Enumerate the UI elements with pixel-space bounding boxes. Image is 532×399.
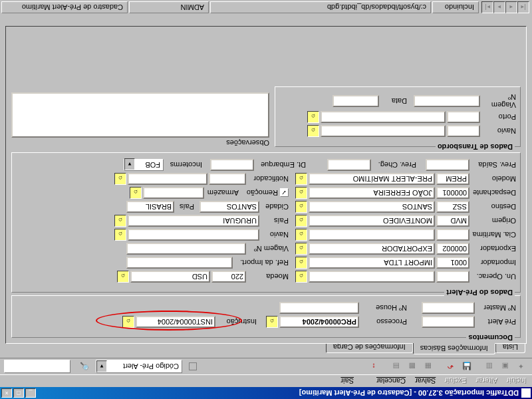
maximize-button[interactable]: □ — [13, 388, 24, 398]
lookup-navio[interactable]: ⌕ — [114, 229, 126, 241]
toolbar: ✦ ▣ ▥ 💾 ↶ ▦ ▩ ▤ ↕ Código Pré- Alert ▼ 🔍 — [0, 358, 532, 375]
lookup-tnavio[interactable]: ⌕ — [307, 125, 319, 137]
binoculars-icon[interactable]: 🔍 — [80, 362, 89, 371]
lookup-exportador[interactable]: ⌕ — [295, 243, 307, 255]
chevron-down-icon[interactable]: ▼ — [124, 158, 135, 170]
input-moeda-code[interactable]: 220 — [211, 271, 246, 283]
tool4-icon[interactable]: ↕ — [367, 360, 380, 373]
input-unoperac-name[interactable] — [309, 271, 435, 283]
input-tdata[interactable] — [332, 95, 379, 107]
input-origem-name[interactable]: MONTEVIDEO — [309, 215, 435, 227]
input-dtembarque[interactable] — [210, 159, 254, 171]
input-notificador-name[interactable] — [128, 173, 207, 185]
menu-sair[interactable]: Sair — [340, 377, 354, 385]
search-field-combo[interactable]: Código Pré- Alert ▼ — [96, 360, 182, 373]
input-modelo-code[interactable]: PREM — [436, 173, 469, 185]
open-icon[interactable]: ▣ — [499, 360, 512, 373]
lookup-instrucao[interactable]: ⌕ — [122, 316, 134, 328]
lookup-processo[interactable]: ⌕ — [266, 316, 278, 328]
input-tnavio-code[interactable] — [447, 125, 480, 137]
input-ciamaritima-code[interactable] — [436, 229, 469, 241]
input-moeda-name[interactable]: USD — [130, 271, 210, 283]
menu-alterar[interactable]: Alterar — [476, 377, 497, 385]
menu-incluir[interactable]: Incluir — [507, 377, 527, 385]
input-viagem[interactable] — [126, 243, 246, 255]
input-instrucao[interactable]: INST00004/2004 — [136, 316, 215, 328]
label-prevsaida: Prev. Saída — [471, 161, 516, 169]
input-tporto-code[interactable] — [447, 111, 480, 123]
input-exportador-code[interactable]: 000002 — [436, 243, 469, 255]
undo-icon[interactable]: ↶ — [444, 360, 458, 373]
new-icon[interactable]: ✦ — [515, 360, 528, 373]
label-pais: País — [261, 217, 289, 225]
input-tporto-name[interactable] — [321, 111, 446, 123]
label-dtembarque: Dt. Embarque — [255, 161, 306, 169]
textarea-obs[interactable] — [11, 92, 269, 138]
search-input[interactable] — [4, 360, 70, 373]
tool1-icon[interactable]: ▦ — [422, 360, 435, 373]
nav-prev[interactable]: ◂ — [505, 1, 517, 13]
input-exportador-name[interactable]: EXPORTADOR — [309, 243, 435, 255]
input-refimport[interactable] — [126, 257, 233, 269]
input-pais[interactable]: URUGUAI — [128, 215, 259, 227]
input-destino-name[interactable]: SANTOS — [309, 201, 435, 213]
lookup-importador[interactable]: ⌕ — [295, 257, 307, 269]
status-screen: Cadastro de Pré-Alert Marítimo — [1, 1, 128, 13]
input-origem-code[interactable]: MVD — [436, 215, 469, 227]
input-ciamaritima-name[interactable] — [309, 229, 435, 241]
lookup-tporto[interactable]: ⌕ — [307, 111, 319, 123]
label-armazem: Armazém — [205, 189, 239, 197]
input-pais2[interactable]: BRASIL — [126, 201, 174, 213]
save-icon[interactable]: 💾 — [460, 360, 473, 373]
input-despachante-code[interactable]: 000001 — [436, 187, 469, 199]
chevron-down-icon[interactable]: ▼ — [96, 360, 107, 372]
minimize-button[interactable]: _ — [25, 388, 36, 398]
input-modelo-name[interactable]: PRE-ALERT MARÍTIMO — [309, 173, 435, 185]
label-navio: Navio — [261, 231, 289, 239]
input-prevsaida[interactable] — [426, 159, 469, 171]
input-prevcheg[interactable] — [327, 159, 371, 171]
input-despachante-name[interactable]: JOÃO FERREIRA — [309, 187, 435, 199]
input-cidade[interactable]: SANTOS — [200, 201, 259, 213]
nav-last[interactable]: ▸| — [481, 1, 493, 13]
input-tviagem[interactable] — [414, 95, 480, 107]
lookup-pais[interactable]: ⌕ — [114, 215, 126, 227]
group-title-transbordo: Dados de Transbordo — [436, 143, 515, 151]
input-importador-code[interactable]: 0001 — [436, 257, 469, 269]
input-processo[interactable]: PRC00004/2004 — [279, 316, 359, 328]
lookup-moeda[interactable]: ⌕ — [117, 271, 129, 283]
menu-excluir[interactable]: Excluir — [445, 377, 467, 385]
lookup-despachante[interactable]: ⌕ — [295, 187, 307, 199]
input-importador-name[interactable]: IMPORT LTDA — [309, 257, 435, 269]
menu-cancelar[interactable]: Cancelar — [376, 377, 406, 385]
lookup-unoperac[interactable]: ⌕ — [295, 271, 307, 283]
input-prealert[interactable] — [422, 316, 475, 328]
tool3-icon[interactable]: ▤ — [390, 360, 403, 373]
lookup-modelo[interactable]: ⌕ — [295, 173, 307, 185]
search-icon — [189, 362, 197, 370]
input-master[interactable] — [422, 302, 475, 314]
tabstrip: Lista Informações Básicas Informações de… — [0, 344, 532, 355]
nav-first[interactable]: |◂ — [517, 1, 529, 13]
input-unoperac-code[interactable] — [436, 271, 469, 283]
lookup-destino[interactable]: ⌕ — [295, 201, 307, 213]
close-button[interactable]: × — [1, 388, 12, 398]
combo-incoterms[interactable]: FOB ▼ — [124, 159, 164, 171]
menu-salvar[interactable]: Salvar — [415, 377, 436, 385]
input-house[interactable] — [279, 302, 359, 314]
lookup-notificador[interactable]: ⌕ — [114, 173, 126, 185]
lookup-origem[interactable]: ⌕ — [295, 215, 307, 227]
tab-basicas[interactable]: Informações Básicas — [413, 343, 495, 354]
input-tnavio-name[interactable] — [321, 125, 446, 137]
lookup-armazem[interactable]: ⌕ — [130, 187, 142, 199]
tool2-icon[interactable]: ▩ — [406, 360, 419, 373]
input-destino-code[interactable]: SSZ — [436, 201, 469, 213]
nav-next[interactable]: ▸ — [493, 1, 505, 13]
delete-icon[interactable]: ▥ — [483, 360, 496, 373]
input-navio[interactable] — [128, 229, 259, 241]
lookup-ciamaritima[interactable]: ⌕ — [295, 229, 307, 241]
input-notificador-code[interactable] — [209, 173, 246, 185]
label-tviagem: Viagem Nº — [481, 93, 516, 109]
checkbox-remocao[interactable]: ✓ — [280, 189, 289, 198]
input-armazem[interactable] — [143, 187, 204, 199]
